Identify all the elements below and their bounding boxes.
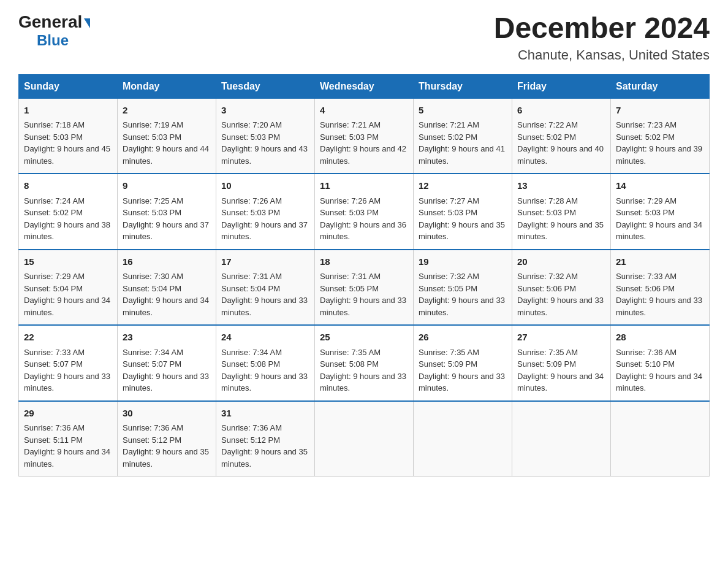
day-daylight: Daylight: 9 hours and 34 minutes. (24, 296, 110, 317)
day-daylight: Daylight: 9 hours and 40 minutes. (517, 144, 604, 166)
day-daylight: Daylight: 9 hours and 44 minutes. (123, 144, 209, 166)
day-sunset: Sunset: 5:03 PM (221, 208, 280, 217)
day-sunrise: Sunrise: 7:27 AM (419, 196, 479, 205)
day-daylight: Daylight: 9 hours and 42 minutes. (320, 144, 406, 166)
calendar-week-row: 8 Sunrise: 7:24 AM Sunset: 5:02 PM Dayli… (19, 174, 710, 250)
calendar-day-cell: 2 Sunrise: 7:19 AM Sunset: 5:03 PM Dayli… (118, 98, 216, 174)
day-sunset: Sunset: 5:02 PM (517, 132, 576, 142)
calendar-day-cell: 25 Sunrise: 7:35 AM Sunset: 5:08 PM Dayl… (315, 325, 414, 401)
calendar-week-row: 1 Sunrise: 7:18 AM Sunset: 5:03 PM Dayli… (19, 98, 710, 174)
calendar-day-cell: 30 Sunrise: 7:36 AM Sunset: 5:12 PM Dayl… (118, 401, 216, 477)
day-sunrise: Sunrise: 7:18 AM (24, 120, 85, 129)
header-friday: Friday (512, 74, 611, 98)
day-number: 27 (517, 331, 605, 345)
day-daylight: Daylight: 9 hours and 33 minutes. (123, 372, 209, 393)
logo-blue: Blue (37, 32, 69, 48)
day-daylight: Daylight: 9 hours and 35 minutes. (221, 447, 308, 469)
calendar-day-cell: 3 Sunrise: 7:20 AM Sunset: 5:03 PM Dayli… (216, 98, 315, 174)
day-sunset: Sunset: 5:02 PM (419, 132, 477, 142)
day-daylight: Daylight: 9 hours and 33 minutes. (616, 296, 702, 317)
day-number: 19 (419, 255, 507, 269)
day-daylight: Daylight: 9 hours and 33 minutes. (320, 372, 406, 393)
calendar-header-row: SundayMondayTuesdayWednesdayThursdayFrid… (19, 74, 710, 98)
day-sunrise: Sunrise: 7:22 AM (517, 120, 578, 129)
calendar-week-row: 22 Sunrise: 7:33 AM Sunset: 5:07 PM Dayl… (19, 325, 710, 401)
day-number: 17 (221, 255, 309, 269)
day-sunset: Sunset: 5:03 PM (123, 208, 181, 217)
day-daylight: Daylight: 9 hours and 33 minutes. (24, 372, 110, 393)
day-sunrise: Sunrise: 7:19 AM (123, 120, 183, 129)
day-sunrise: Sunrise: 7:26 AM (221, 196, 282, 205)
day-sunset: Sunset: 5:09 PM (517, 359, 576, 369)
day-sunrise: Sunrise: 7:31 AM (221, 272, 282, 281)
page-header: General Blue December 2024 Chanute, Kans… (18, 12, 710, 63)
day-sunset: Sunset: 5:06 PM (517, 284, 576, 293)
day-daylight: Daylight: 9 hours and 33 minutes. (221, 372, 308, 393)
day-sunset: Sunset: 5:03 PM (123, 132, 181, 142)
calendar-day-cell: 18 Sunrise: 7:31 AM Sunset: 5:05 PM Dayl… (315, 250, 414, 326)
day-sunrise: Sunrise: 7:34 AM (123, 348, 183, 357)
calendar-day-cell: 1 Sunrise: 7:18 AM Sunset: 5:03 PM Dayli… (19, 98, 118, 174)
logo-general: General (18, 12, 90, 31)
calendar-day-cell: 12 Sunrise: 7:27 AM Sunset: 5:03 PM Dayl… (414, 174, 512, 250)
day-daylight: Daylight: 9 hours and 33 minutes. (517, 296, 604, 317)
day-sunrise: Sunrise: 7:35 AM (517, 348, 578, 357)
day-number: 21 (616, 255, 704, 269)
calendar-day-cell: 28 Sunrise: 7:36 AM Sunset: 5:10 PM Dayl… (611, 325, 710, 401)
day-daylight: Daylight: 9 hours and 33 minutes. (221, 296, 308, 317)
day-daylight: Daylight: 9 hours and 45 minutes. (24, 144, 110, 166)
day-sunset: Sunset: 5:02 PM (616, 132, 675, 142)
header-tuesday: Tuesday (216, 74, 315, 98)
day-sunset: Sunset: 5:03 PM (616, 208, 675, 217)
day-daylight: Daylight: 9 hours and 33 minutes. (320, 296, 406, 317)
day-daylight: Daylight: 9 hours and 37 minutes. (123, 220, 209, 242)
calendar-day-cell: 5 Sunrise: 7:21 AM Sunset: 5:02 PM Dayli… (414, 98, 512, 174)
day-daylight: Daylight: 9 hours and 34 minutes. (24, 447, 110, 469)
calendar-day-cell: 10 Sunrise: 7:26 AM Sunset: 5:03 PM Dayl… (216, 174, 315, 250)
day-number: 10 (221, 179, 309, 193)
day-sunset: Sunset: 5:08 PM (221, 359, 280, 369)
day-number: 12 (419, 179, 507, 193)
day-number: 9 (123, 179, 211, 193)
day-sunrise: Sunrise: 7:30 AM (123, 272, 183, 281)
day-number: 30 (123, 407, 211, 421)
day-sunset: Sunset: 5:04 PM (221, 284, 280, 293)
calendar-day-cell (611, 401, 710, 477)
day-number: 23 (123, 331, 211, 345)
day-sunrise: Sunrise: 7:35 AM (320, 348, 381, 357)
day-sunset: Sunset: 5:08 PM (320, 359, 379, 369)
calendar-day-cell: 29 Sunrise: 7:36 AM Sunset: 5:11 PM Dayl… (19, 401, 118, 477)
calendar-day-cell: 22 Sunrise: 7:33 AM Sunset: 5:07 PM Dayl… (19, 325, 118, 401)
calendar-day-cell: 8 Sunrise: 7:24 AM Sunset: 5:02 PM Dayli… (19, 174, 118, 250)
day-sunset: Sunset: 5:06 PM (616, 284, 675, 293)
calendar-week-row: 29 Sunrise: 7:36 AM Sunset: 5:11 PM Dayl… (19, 401, 710, 477)
day-number: 8 (24, 179, 112, 193)
calendar-day-cell: 21 Sunrise: 7:33 AM Sunset: 5:06 PM Dayl… (611, 250, 710, 326)
calendar-day-cell: 11 Sunrise: 7:26 AM Sunset: 5:03 PM Dayl… (315, 174, 414, 250)
calendar-day-cell: 4 Sunrise: 7:21 AM Sunset: 5:03 PM Dayli… (315, 98, 414, 174)
calendar-week-row: 15 Sunrise: 7:29 AM Sunset: 5:04 PM Dayl… (19, 250, 710, 326)
day-daylight: Daylight: 9 hours and 34 minutes. (123, 296, 209, 317)
day-number: 7 (616, 104, 704, 118)
day-number: 26 (419, 331, 507, 345)
day-number: 5 (419, 104, 507, 118)
header-saturday: Saturday (611, 74, 710, 98)
calendar-day-cell (315, 401, 414, 477)
header-wednesday: Wednesday (315, 74, 414, 98)
day-number: 28 (616, 331, 704, 345)
day-sunset: Sunset: 5:03 PM (221, 132, 280, 142)
day-number: 1 (24, 104, 112, 118)
day-sunset: Sunset: 5:02 PM (24, 208, 83, 217)
day-sunset: Sunset: 5:12 PM (123, 435, 181, 445)
day-daylight: Daylight: 9 hours and 35 minutes. (517, 220, 604, 242)
day-number: 24 (221, 331, 309, 345)
day-sunset: Sunset: 5:03 PM (24, 132, 83, 142)
day-sunset: Sunset: 5:10 PM (616, 359, 675, 369)
day-number: 3 (221, 104, 309, 118)
calendar-day-cell: 16 Sunrise: 7:30 AM Sunset: 5:04 PM Dayl… (118, 250, 216, 326)
day-daylight: Daylight: 9 hours and 34 minutes. (616, 220, 702, 242)
day-sunset: Sunset: 5:07 PM (24, 359, 83, 369)
calendar-title-block: December 2024 Chanute, Kansas, United St… (494, 12, 710, 63)
day-number: 29 (24, 407, 112, 421)
day-daylight: Daylight: 9 hours and 39 minutes. (616, 144, 702, 166)
